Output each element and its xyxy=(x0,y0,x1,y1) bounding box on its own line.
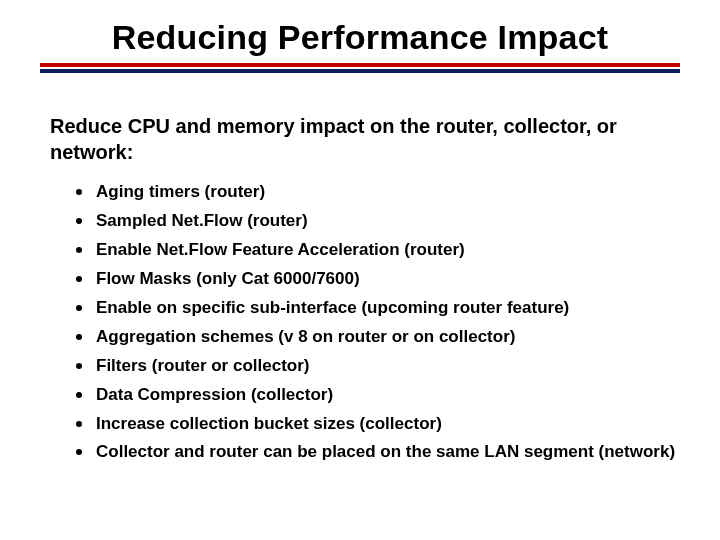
bullet-icon xyxy=(76,392,82,398)
bullet-list: Aging timers (router) Sampled Net.Flow (… xyxy=(76,181,680,464)
bullet-icon xyxy=(76,449,82,455)
list-item: Sampled Net.Flow (router) xyxy=(76,210,680,233)
rule-blue xyxy=(40,69,680,73)
intro-text: Reduce CPU and memory impact on the rout… xyxy=(50,113,670,165)
bullet-text: Data Compression (collector) xyxy=(96,384,333,407)
list-item: Enable Net.Flow Feature Acceleration (ro… xyxy=(76,239,680,262)
bullet-text: Collector and router can be placed on th… xyxy=(96,441,675,464)
list-item: Filters (router or collector) xyxy=(76,355,680,378)
list-item: Flow Masks (only Cat 6000/7600) xyxy=(76,268,680,291)
bullet-text: Sampled Net.Flow (router) xyxy=(96,210,308,233)
list-item: Data Compression (collector) xyxy=(76,384,680,407)
bullet-icon xyxy=(76,189,82,195)
bullet-icon xyxy=(76,305,82,311)
bullet-text: Flow Masks (only Cat 6000/7600) xyxy=(96,268,360,291)
bullet-text: Filters (router or collector) xyxy=(96,355,309,378)
bullet-icon xyxy=(76,276,82,282)
bullet-text: Aging timers (router) xyxy=(96,181,265,204)
bullet-icon xyxy=(76,218,82,224)
bullet-text: Increase collection bucket sizes (collec… xyxy=(96,413,442,436)
bullet-text: Aggregation schemes (v 8 on router or on… xyxy=(96,326,515,349)
bullet-icon xyxy=(76,421,82,427)
bullet-icon xyxy=(76,247,82,253)
title-rule xyxy=(40,63,680,73)
list-item: Enable on specific sub-interface (upcomi… xyxy=(76,297,680,320)
list-item: Aging timers (router) xyxy=(76,181,680,204)
list-item: Increase collection bucket sizes (collec… xyxy=(76,413,680,436)
rule-red xyxy=(40,63,680,67)
bullet-text: Enable Net.Flow Feature Acceleration (ro… xyxy=(96,239,465,262)
bullet-icon xyxy=(76,334,82,340)
list-item: Collector and router can be placed on th… xyxy=(76,441,680,464)
bullet-text: Enable on specific sub-interface (upcomi… xyxy=(96,297,569,320)
slide: Reducing Performance Impact Reduce CPU a… xyxy=(0,0,720,540)
bullet-icon xyxy=(76,363,82,369)
slide-title: Reducing Performance Impact xyxy=(60,18,660,57)
list-item: Aggregation schemes (v 8 on router or on… xyxy=(76,326,680,349)
